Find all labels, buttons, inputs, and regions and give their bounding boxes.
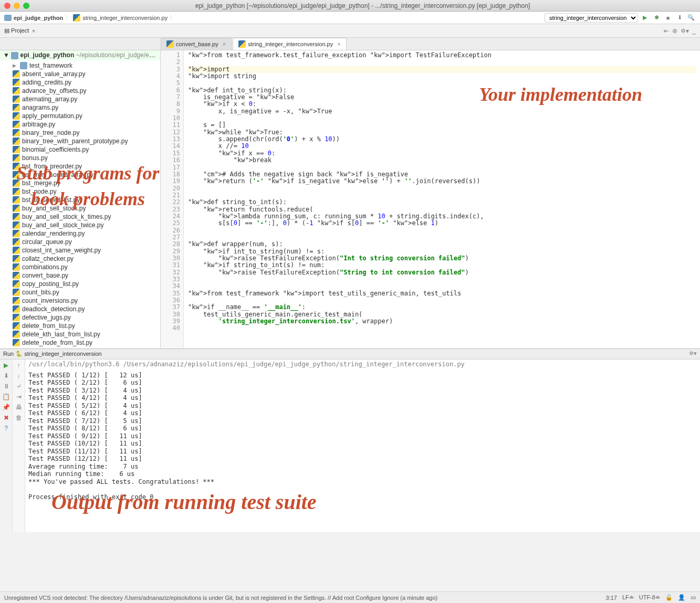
breadcrumb-root[interactable]: epi_judge_python (14, 15, 63, 21)
tree-item-label: test_framework (29, 62, 72, 69)
tree-item[interactable]: delete_node_from_list.py (11, 338, 160, 347)
project-sidebar[interactable]: ▼ epi_judge_python ~/episolutions/epi_ju… (0, 50, 161, 348)
tree-item-label: advance_by_offsets.py (22, 87, 87, 94)
tree-item[interactable]: delete_from_list.py (11, 322, 160, 330)
close-tab-icon[interactable]: × (337, 41, 340, 47)
collapse-icon[interactable]: ⇤ (664, 27, 669, 35)
tree-item[interactable]: binomial_coefficients.py (11, 145, 160, 154)
tree-item[interactable]: binary_tree_node.py (11, 129, 160, 137)
cursor-position[interactable]: 3:17 (606, 595, 617, 601)
tree-item[interactable]: bst_to_sorted_list.py (11, 196, 160, 204)
tree-item[interactable]: buy_and_sell_stock_twice.py (11, 221, 160, 229)
tree-item[interactable]: test_framework (11, 61, 160, 70)
hide-icon[interactable]: ⎯ (692, 27, 696, 35)
tree-item[interactable]: count_inversions.py (11, 297, 160, 305)
tree-item[interactable]: advance_by_offsets.py (11, 87, 160, 95)
python-file-icon (73, 14, 80, 22)
tree-item[interactable]: collatz_checker.py (11, 255, 160, 263)
code-editor[interactable]: 1234567891011121314151617181920212223242… (161, 50, 700, 348)
tree-item-label: adding_credits.py (22, 79, 71, 86)
search-icon[interactable]: 🔍 (686, 13, 696, 23)
scroll-icon[interactable]: ⇥ (16, 393, 22, 400)
tree-item-label: count_inversions.py (22, 297, 78, 304)
help-icon[interactable]: ? (4, 425, 8, 432)
project-tool-label[interactable]: ▤ Project (4, 27, 29, 34)
close-tab-icon[interactable]: × (223, 41, 226, 47)
vcs-icon[interactable]: ⬇ (675, 13, 684, 23)
breadcrumb-bar: epi_judge_python 〉 string_integer_interc… (0, 12, 700, 24)
tree-item[interactable]: bst_from_sorted_array.py (11, 171, 160, 179)
tree-item[interactable]: count_bits.py (11, 288, 160, 297)
tree-item[interactable]: binary_tree_with_parent_prototype.py (11, 137, 160, 145)
tree-item[interactable]: deadlock_detection.py (11, 305, 160, 313)
breadcrumb-file[interactable]: string_integer_interconversion.py (82, 15, 168, 21)
tree-item-label: combinations.py (22, 263, 68, 271)
editor-tab[interactable]: convert_base.py× (161, 38, 232, 50)
python-file-icon (13, 289, 20, 296)
tree-item[interactable]: bst_from_preorder.py (11, 162, 160, 171)
minimize-window-icon[interactable] (14, 3, 20, 9)
close-run-icon[interactable]: ✖ (4, 414, 9, 421)
tree-item[interactable]: bonus.py (11, 154, 160, 162)
line-ending[interactable]: LF≐ (622, 594, 634, 601)
tree-item-label: binary_tree_node.py (22, 129, 79, 136)
tree-item[interactable]: arbitrage.py (11, 120, 160, 129)
down-icon[interactable]: ↓ (17, 372, 20, 379)
editor-code[interactable]: "kw">from test_framework.test_failure_ex… (184, 50, 700, 348)
traffic-lights[interactable] (4, 3, 29, 9)
tree-item[interactable]: delete_kth_last_from_list.py (11, 330, 160, 338)
python-file-icon (13, 331, 20, 338)
tree-item[interactable]: apply_permutation.py (11, 112, 160, 120)
editor-tab[interactable]: string_integer_interconversion.py× (233, 38, 346, 50)
print-icon[interactable]: 🖶 (16, 404, 22, 411)
tree-item[interactable]: alternating_array.py (11, 95, 160, 103)
python-file-icon (13, 188, 20, 195)
pause-icon[interactable]: ⏸ (3, 383, 9, 390)
tree-item[interactable]: defective_jugs.py (11, 313, 160, 322)
tree-item[interactable]: closest_int_same_weight.py (11, 246, 160, 255)
target-icon[interactable]: ⊕ (672, 27, 677, 35)
tree-item[interactable]: buy_and_sell_stock.py (11, 204, 160, 213)
run-config-select[interactable]: string_integer_interconversion (545, 13, 638, 23)
encoding[interactable]: UTF-8≐ (639, 594, 660, 601)
tree-item[interactable]: circular_queue.py (11, 238, 160, 246)
pin-icon[interactable]: 📌 (2, 404, 10, 411)
tree-item-label: bst_merge.py (22, 179, 60, 187)
tree-item[interactable]: combinations.py (11, 263, 160, 271)
tree-item-label: buy_and_sell_stock_twice.py (22, 221, 103, 229)
tree-item[interactable]: adding_credits.py (11, 78, 160, 87)
python-file-icon (13, 171, 20, 178)
zoom-window-icon[interactable] (23, 3, 29, 9)
tree-item[interactable]: buy_and_sell_stock_k_times.py (11, 213, 160, 221)
tree-item[interactable]: bst_merge.py (11, 179, 160, 187)
wrap-icon[interactable]: ⤶ (16, 383, 22, 390)
python-file-icon (13, 70, 20, 78)
tree-item[interactable]: absent_value_array.py (11, 70, 160, 78)
tree-item[interactable]: anagrams.py (11, 103, 160, 112)
debug-icon[interactable]: ✱ (652, 13, 661, 23)
status-message[interactable]: Unregistered VCS root detected: The dire… (4, 595, 437, 601)
trash-icon[interactable]: 🗑 (16, 414, 22, 421)
tree-item[interactable]: copy_posting_list.py (11, 280, 160, 288)
stop-icon[interactable]: ■ (663, 13, 673, 23)
stop-run-icon[interactable]: ⬇ (4, 372, 9, 379)
tree-item[interactable]: bst_node.py (11, 187, 160, 196)
dump-icon[interactable]: 📋 (2, 393, 10, 400)
tree-item[interactable]: convert_base.py (11, 271, 160, 280)
more-icon[interactable]: ▭ (691, 594, 696, 601)
close-window-icon[interactable] (4, 3, 11, 9)
python-file-icon (13, 314, 20, 321)
inspector-icon[interactable]: 👤 (678, 594, 685, 601)
lock-icon[interactable]: 🔓 (665, 594, 673, 601)
tree-item[interactable]: calendar_rendering.py (11, 229, 160, 238)
run-icon[interactable]: ▶ (640, 13, 650, 23)
gear-icon[interactable]: ✲▾ (681, 27, 689, 35)
run-command: /usr/local/bin/python3.6 /Users/adnanazi… (25, 359, 700, 369)
project-root[interactable]: ▼ epi_judge_python ~/episolutions/epi_ju… (0, 50, 160, 60)
tree-item-label: delete_node_from_list.py (22, 339, 92, 346)
up-icon[interactable]: ↑ (17, 362, 20, 369)
rerun-icon[interactable]: ▶ (4, 362, 8, 369)
run-left-gutter2: ↑ ↓ ⤶ ⇥ 🖶 🗑 (13, 349, 25, 532)
run-tool-window[interactable]: Run 🐍 string_integer_interconversion ✲▾ … (0, 348, 700, 532)
python-file-icon (13, 280, 20, 288)
